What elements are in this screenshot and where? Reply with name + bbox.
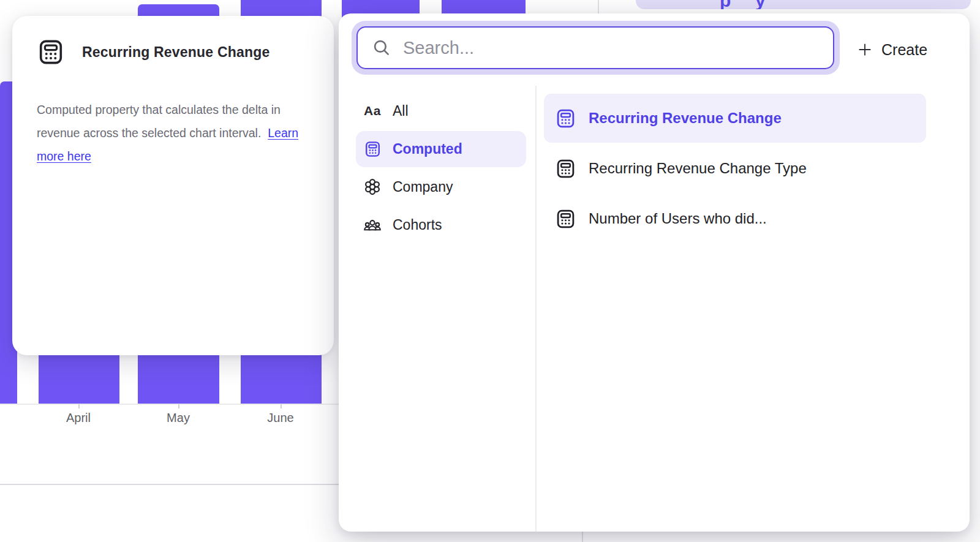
tooltip-description: Computed property that calculates the de… [37, 98, 309, 168]
calculator-icon [363, 140, 382, 158]
app-canvas: April May June p y Recurring Revenue Cha… [0, 0, 980, 542]
property-picker-modal: Create Aa All Computed [339, 13, 970, 532]
filter-label: All [393, 103, 409, 119]
clipped-text-descender: y [755, 0, 766, 9]
calculator-icon [555, 158, 576, 179]
calculator-icon [555, 108, 576, 129]
axis-tick [78, 404, 80, 408]
company-cluster-icon [363, 178, 382, 196]
plus-icon [857, 42, 873, 58]
search-box[interactable] [356, 26, 834, 69]
filter-item-cohorts[interactable]: Cohorts [356, 208, 526, 241]
x-axis-label-june: June [244, 411, 317, 425]
property-tooltip-card: Recurring Revenue Change Computed proper… [12, 16, 334, 355]
search-input[interactable] [402, 37, 823, 59]
result-label: Recurring Revenue Change [589, 110, 782, 127]
calculator-icon [555, 208, 576, 230]
filter-item-company[interactable]: Company [356, 170, 526, 203]
cohorts-people-icon [363, 216, 382, 234]
result-item-recurring-revenue-change[interactable]: Recurring Revenue Change [544, 94, 926, 143]
description-line: Computed property that calculates the [37, 103, 239, 116]
result-item-recurring-revenue-change-type[interactable]: Recurring Revenue Change Type [544, 144, 926, 193]
x-axis-label-may: May [141, 411, 215, 425]
panel-border-top [598, 0, 599, 13]
description-line: interval. [219, 126, 268, 140]
clipped-text-descender: p [720, 0, 731, 9]
filter-label: Company [393, 179, 453, 195]
tooltip-title: Recurring Revenue Change [82, 44, 270, 61]
x-axis-label-april: April [42, 411, 115, 425]
filter-label: Cohorts [393, 217, 442, 233]
create-button-label: Create [881, 41, 927, 59]
search-icon [371, 37, 392, 58]
filter-item-computed[interactable]: Computed [356, 131, 526, 167]
filter-label: Computed [393, 141, 462, 157]
result-label: Number of Users who did... [589, 210, 767, 227]
axis-tick [178, 404, 179, 408]
create-button[interactable]: Create [852, 34, 956, 65]
calculator-icon [37, 38, 65, 66]
clipped-property-pill[interactable]: p y [636, 0, 971, 9]
tooltip-header: Recurring Revenue Change [37, 38, 270, 66]
text-aa-icon: Aa [363, 104, 382, 118]
filter-item-all[interactable]: Aa All [356, 94, 526, 127]
modal-column-divider [535, 86, 537, 532]
search-focus-ring [352, 21, 840, 75]
result-label: Recurring Revenue Change Type [589, 160, 807, 177]
result-item-number-of-users[interactable]: Number of Users who did... [544, 194, 926, 243]
page-section-divider [0, 484, 339, 485]
panel-border-bottom [582, 532, 583, 542]
axis-tick [281, 404, 282, 408]
